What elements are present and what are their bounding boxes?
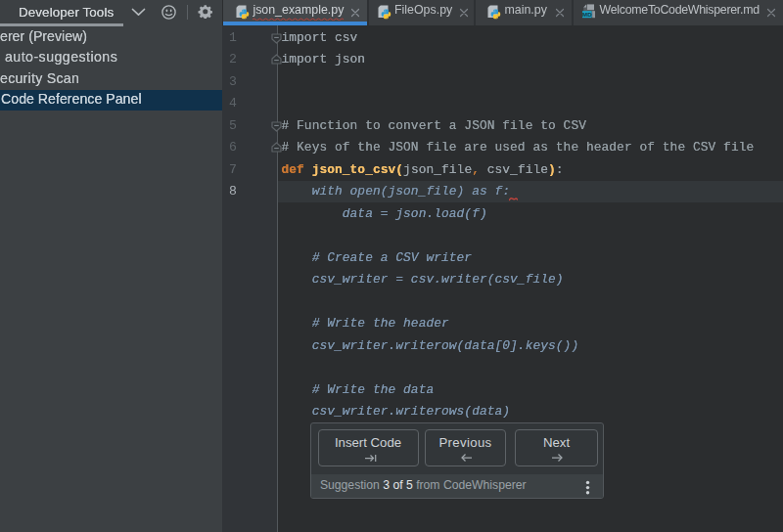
svg-text:MD: MD [582,11,592,18]
